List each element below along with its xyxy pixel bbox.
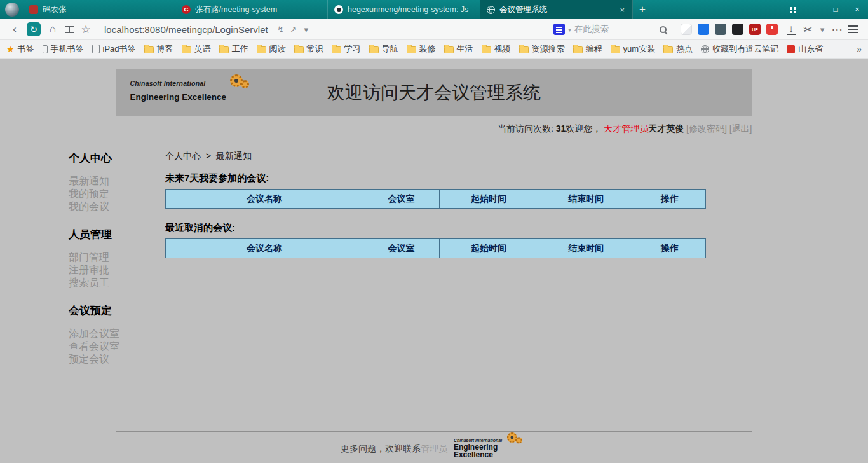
maximize-button[interactable]: □ [825, 0, 846, 19]
breadcrumb-home[interactable]: 个人中心 [165, 151, 201, 161]
bookmark-label: 导航 [382, 43, 398, 55]
table-header-row: 会议名称 会议室 起始时间 结束时间 操作 [166, 239, 706, 258]
bookmark-item[interactable]: 收藏到有道云笔记 [701, 43, 778, 55]
devtools-extension-icon[interactable] [732, 24, 743, 35]
sidebar-item-my-reservations[interactable]: 我的预定 [69, 188, 165, 200]
bookmark-folder[interactable]: 装修 [407, 43, 436, 55]
bookmark-label: 装修 [419, 43, 436, 55]
bookmark-folder[interactable]: 英语 [182, 43, 211, 55]
visit-count-label: 当前访问次数: [498, 123, 553, 134]
change-password-link[interactable]: [修改密码] [686, 123, 727, 134]
bookmark-label: 热点 [676, 43, 693, 55]
tab-meeting-management-system[interactable]: 会议管理系统 × [480, 0, 633, 19]
sidebar-item-department-management[interactable]: 部门管理 [69, 251, 165, 264]
address-bar[interactable]: localhost:8080/meetingcp/LoginServlet [104, 24, 268, 35]
share-icon[interactable]: ↗ [287, 21, 300, 38]
column-header-start-time: 起始时间 [440, 190, 538, 209]
search-box[interactable]: ▾ 在此搜索 [550, 24, 672, 35]
bookmark-folder[interactable]: 阅读 [257, 43, 286, 55]
folder-icon [407, 46, 416, 53]
up-extension-icon[interactable]: UP [749, 24, 761, 35]
logout-link[interactable]: [退出] [729, 123, 752, 134]
bookmark-folder[interactable]: 学习 [332, 43, 361, 55]
lightning-icon[interactable]: ↯ [275, 21, 287, 38]
favorite-star-icon[interactable]: ☆ [78, 21, 94, 38]
bookmark-folder[interactable]: 视频 [482, 43, 511, 55]
bookmark-item[interactable]: iPad书签 [92, 43, 136, 55]
bookmark-folder[interactable]: yum安装 [611, 43, 656, 55]
bookmarks-overflow-icon[interactable]: » [857, 40, 862, 58]
breadcrumb: 个人中心 > 最新通知 [165, 151, 868, 162]
bookmark-folder[interactable]: 编程 [573, 43, 602, 55]
bookmark-folder[interactable]: 导航 [369, 43, 398, 55]
tab-github-meeting-system[interactable]: hegexunmeng/meeting-system: Js [328, 0, 480, 19]
translate-extension-icon[interactable] [681, 24, 692, 35]
profile-avatar[interactable] [5, 3, 19, 17]
folder-icon [144, 46, 154, 53]
redmark-extension-icon[interactable] [766, 24, 778, 35]
bookmark-label: 博客 [157, 43, 173, 55]
home-icon[interactable]: ⌂ [44, 21, 61, 38]
extensions-cluster: UP [681, 24, 778, 35]
search-engine-icon[interactable] [553, 24, 565, 35]
search-input[interactable]: 在此搜索 [574, 24, 656, 35]
welcome-text: 欢迎您， [566, 123, 601, 134]
chinasoft-logo: Chinasoft International Engineering Exce… [454, 438, 527, 459]
chevron-down-icon[interactable]: ▾ [816, 21, 829, 38]
bookmark-folder[interactable]: 工作 [219, 43, 248, 55]
sidebar: 个人中心 最新通知 我的预定 我的会议 人员管理 部门管理 注册审批 搜索员工 … [69, 151, 165, 380]
tab-manongzhang[interactable]: 码农张 [23, 0, 175, 19]
section-upcoming-meetings: 未来7天我要参加的会议: 会议名称 会议室 起始时间 结束时间 操作 [165, 172, 868, 209]
back-icon[interactable]: ‹ [6, 21, 23, 38]
gears-icon [507, 432, 526, 448]
user-role: 天才管理员 [604, 123, 648, 134]
minimize-button[interactable]: — [803, 0, 825, 19]
footer-text: 更多问题，欢迎联系管理员 [341, 443, 447, 455]
close-button[interactable]: × [846, 0, 868, 19]
bookmark-label: 书签 [18, 43, 34, 55]
tab-close-icon[interactable]: × [618, 5, 626, 15]
bookmark-folder[interactable]: 常识 [294, 43, 323, 55]
bookmark-label: 常识 [307, 43, 323, 55]
sidebar-item-view-meeting-rooms[interactable]: 查看会议室 [69, 340, 165, 353]
sidebar-item-my-meetings[interactable]: 我的会议 [69, 200, 165, 213]
bookmark-folder[interactable]: 生活 [444, 43, 473, 55]
sidebar-item-reserve-meeting[interactable]: 预定会议 [69, 353, 165, 366]
globe-icon [701, 45, 709, 53]
sidebar-item-add-meeting-room[interactable]: 添加会议室 [69, 328, 165, 340]
search-icon[interactable] [660, 26, 667, 33]
folder-icon [332, 46, 341, 53]
tab-title: 会议管理系统 [499, 4, 614, 15]
refresh-icon[interactable]: ↻ [27, 22, 41, 36]
sidebar-item-registration-approval[interactable]: 注册审批 [69, 264, 165, 277]
code-extension-icon[interactable] [715, 24, 726, 35]
bookmark-item[interactable]: ★书签 [6, 43, 34, 55]
apps-grid-icon[interactable] [782, 0, 803, 19]
grid-icon [790, 7, 792, 10]
user-name: 天才英俊 [648, 123, 684, 134]
new-tab-button[interactable]: + [633, 0, 652, 19]
tab-title: hegexunmeng/meeting-system: Js [348, 5, 473, 14]
tab-gitee-meeting-system[interactable]: G 张有路/meeting-system [175, 0, 328, 19]
bookmark-label: 阅读 [269, 43, 286, 55]
menu-icon[interactable] [845, 21, 862, 38]
sidebar-item-search-employee[interactable]: 搜索员工 [69, 277, 165, 289]
note-extension-icon[interactable] [698, 24, 709, 35]
chevron-down-icon[interactable]: ▾ [300, 21, 313, 38]
sidebar-item-latest-notice[interactable]: 最新通知 [69, 175, 165, 188]
more-icon[interactable]: ⋯ [829, 21, 845, 38]
split-view-icon[interactable] [61, 21, 78, 38]
gear-icon [241, 80, 249, 88]
bookmark-folder[interactable]: 博客 [144, 43, 173, 55]
breadcrumb-current: 最新通知 [216, 151, 252, 161]
sidebar-group-personal-center: 个人中心 最新通知 我的预定 我的会议 [69, 151, 165, 213]
screenshot-scissors-icon[interactable]: ✂ [799, 21, 816, 38]
column-header-actions: 操作 [634, 190, 706, 209]
download-icon[interactable]: ↓ [783, 21, 799, 38]
bookmark-item[interactable]: 手机书签 [43, 43, 84, 55]
bookmark-item[interactable]: 山东省 [787, 43, 823, 55]
search-engine-caret-icon[interactable]: ▾ [568, 26, 571, 33]
bookmark-folder[interactable]: 资源搜索 [519, 43, 565, 55]
section-title: 未来7天我要参加的会议: [165, 172, 868, 184]
bookmark-folder[interactable]: 热点 [663, 43, 693, 55]
